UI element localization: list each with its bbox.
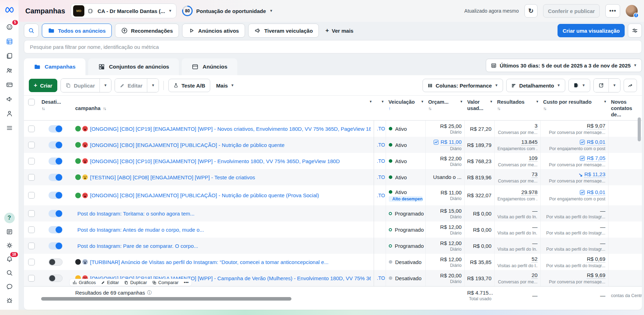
campaign-toggle[interactable] [49, 141, 63, 149]
row-checkbox[interactable] [28, 192, 35, 199]
rail-item-messages[interactable] [4, 282, 15, 291]
create-view-button[interactable]: Criar uma visualização [558, 24, 625, 37]
row-checkbox[interactable] [28, 275, 35, 282]
column-menu-caret[interactable]: ▼ [604, 100, 607, 104]
row-checkbox[interactable] [28, 126, 35, 132]
filter-pill-0[interactable]: Todos os anúncios [42, 24, 112, 38]
reports-button[interactable]: ▼ [568, 79, 590, 92]
rail-item-all-tools[interactable] [4, 123, 15, 133]
info-icon[interactable]: ⓘ [147, 290, 152, 296]
column-header-cost[interactable]: Custo por resultado ↑↓ ▼ [540, 96, 608, 120]
table-row[interactable]: [ONGOING] [CBO] [ENGAJAMENTO] [PUBLICAÇÃ… [24, 185, 642, 205]
ad-account-selector[interactable]: MD CA - Dr Marcello Dantas (... ▼ [71, 4, 176, 18]
column-menu-caret[interactable]: ▼ [381, 100, 384, 104]
review-publish-button[interactable]: Conferir e publicar [543, 4, 600, 18]
rail-item-business-support[interactable] [4, 109, 15, 118]
rail-item-ads-manager[interactable] [4, 37, 15, 46]
edit-menu-caret[interactable]: ▼ [147, 79, 159, 92]
rail-item-updates[interactable] [4, 227, 15, 236]
edit-action[interactable]: Editar [101, 280, 119, 285]
campaign-name-link[interactable]: [TESTING] [ABO] [CP08] [ENGAJAMENTO] [WP… [90, 174, 255, 180]
campaign-toggle[interactable] [49, 174, 63, 181]
rail-item-account-overview[interactable]: 5 [4, 22, 15, 32]
campaign-toggle[interactable] [49, 258, 63, 266]
rail-item-report-bug[interactable] [4, 296, 15, 305]
table-row[interactable]: [ONGOING] [CBO] [CP10] [ENGAJAMENTO] [WP… [24, 153, 642, 169]
rail-item-audiences[interactable] [4, 66, 15, 75]
column-menu-caret[interactable]: ▼ [421, 100, 424, 104]
column-header-budget[interactable]: Orçam... ↑↓ ▼ [425, 96, 464, 120]
opportunity-score[interactable]: 80 Pontuação de oportunidade ▼ [182, 6, 273, 16]
rail-item-advertise[interactable] [4, 95, 15, 104]
cost-chart-icon[interactable] [580, 140, 585, 145]
campaign-toggle[interactable] [49, 192, 63, 199]
date-range-selector[interactable]: Últimos 30 dias: 5 de out de 2025 a 3 de… [486, 59, 642, 72]
campaign-toggle[interactable] [49, 125, 63, 133]
row-checkbox[interactable] [28, 158, 35, 165]
select-all-checkbox[interactable] [28, 99, 35, 105]
vertical-scrollbar[interactable] [638, 117, 641, 141]
campaign-name-link[interactable]: [ONGOING] [CBO] [CP19] [ENGAJAMENTO] [WP… [90, 126, 371, 132]
rail-item-notifications[interactable]: 18 [4, 255, 15, 264]
row-checkbox[interactable] [28, 142, 35, 148]
table-row[interactable]: Post do Instagram: Pare de se comparar. … [24, 238, 642, 254]
tab-an-ncios[interactable]: Anúncios [182, 58, 237, 75]
filter-pill-2[interactable]: Anúncios ativos [182, 24, 245, 38]
campaign-name-link[interactable]: [ONGOING] [CBO] [ENGAJAMENTO] [PUBLICAÇÃ… [90, 192, 319, 198]
row-checkbox[interactable] [28, 243, 35, 249]
duplicate-menu-caret[interactable]: ▼ [99, 79, 111, 92]
horizontal-scrollbar[interactable] [41, 297, 291, 301]
edit-button[interactable]: Editar [115, 79, 147, 92]
budget-chart-icon[interactable] [433, 140, 439, 145]
filter-pill-3[interactable]: Tiveram veiculação [248, 24, 319, 38]
table-row[interactable]: Post do Instagram: Antes de mudar o corp… [24, 221, 642, 238]
campaign-toggle[interactable] [49, 226, 63, 233]
column-header-new-contacts[interactable]: Novos contatos de... [608, 96, 642, 120]
filter-pill-1[interactable]: Recomendações [115, 24, 179, 38]
tab-conjuntos-de-an-ncios[interactable]: Conjuntos de anúncios [88, 58, 179, 75]
table-row[interactable]: [ONGOING] [CBO] [CP19] [ENGAJAMENTO] [WP… [24, 121, 642, 137]
column-header-results[interactable]: Resultados ↑↓ ▼ [494, 96, 540, 120]
campaign-name-link[interactable]: [TURBINAR] Anúncio de Visitas ao perfil … [90, 259, 328, 265]
charts-action[interactable]: Gráficos [72, 280, 96, 285]
create-campaign-button[interactable]: + Criar [29, 79, 57, 92]
refresh-button[interactable]: ↻ [524, 4, 537, 18]
user-avatar[interactable]: f [626, 5, 638, 17]
more-actions-icon[interactable]: ••• [184, 280, 189, 285]
campaign-name-link[interactable]: [ONGOING] [CBO] [CP10] [ENGAJAMENTO] [WP… [90, 158, 340, 164]
rail-item-global-search[interactable] [4, 268, 15, 277]
campaign-toggle[interactable] [49, 275, 63, 282]
column-menu-caret[interactable]: ▼ [460, 100, 463, 104]
table-row[interactable]: Post do Instagram: Toritama: o sonho ago… [24, 205, 642, 221]
table-row[interactable]: [ONGOING] [CBO] [ENGAJAMENTO] [PUBLICAÇÃ… [24, 137, 642, 153]
row-checkbox[interactable] [28, 259, 35, 265]
campaign-toggle[interactable] [49, 242, 63, 250]
view-settings-button[interactable] [628, 24, 642, 38]
column-header-campaign[interactable]: campanha ↑↓ ▼ [72, 96, 374, 120]
charts-button[interactable] [624, 79, 637, 92]
campaign-name-link[interactable]: Post do Instagram: Antes de mudar o corp… [77, 227, 204, 233]
duplicate-button[interactable]: Duplicar [61, 79, 99, 92]
ab-test-button[interactable]: Teste A/B [168, 79, 210, 92]
campaign-toggle[interactable] [49, 210, 63, 217]
rail-item-pages-content[interactable] [4, 51, 15, 60]
duplicate-action[interactable]: Duplicar [124, 280, 147, 285]
search-filter-button[interactable] [24, 24, 39, 38]
export-button[interactable] [594, 79, 608, 92]
column-menu-caret[interactable]: ▼ [536, 100, 539, 104]
table-row[interactable]: [TURBINAR] Anúncio de Visitas ao perfil … [24, 254, 642, 270]
column-header-toggle[interactable]: Desati... ↑↓ [39, 96, 72, 120]
campaign-name-link[interactable]: Post do Instagram: Toritama: o sonho ago… [77, 211, 194, 217]
ver-mais-button[interactable]: + Ver mais [322, 27, 357, 34]
more-options-button[interactable]: ••• [605, 4, 620, 18]
column-menu-caret[interactable]: ▼ [490, 100, 493, 104]
meta-logo[interactable] [5, 6, 14, 13]
columns-button[interactable]: Colunas: Performance ▼ [423, 79, 503, 92]
row-checkbox[interactable] [28, 210, 35, 217]
column-header-delivery[interactable]: Veiculação ↑ ▼ [386, 96, 425, 120]
cost-chart-icon[interactable] [580, 156, 585, 161]
column-header-clipped[interactable]: ▼ [374, 96, 386, 120]
table-row[interactable]: [TESTING] [ABO] [CP08] [ENGAJAMENTO] [WP… [24, 169, 642, 185]
campaign-name-link[interactable]: Post do Instagram: Pare de se comparar. … [77, 243, 198, 249]
row-checkbox[interactable] [28, 174, 35, 181]
